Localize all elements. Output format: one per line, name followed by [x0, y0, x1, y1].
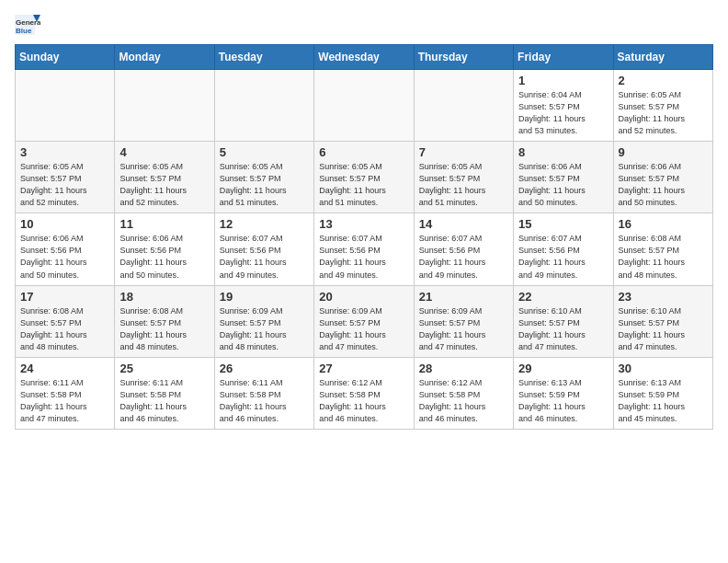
svg-text:Blue: Blue [16, 27, 32, 35]
calendar-cell: 22Sunrise: 6:10 AM Sunset: 5:57 PM Dayli… [514, 285, 613, 357]
day-number: 22 [518, 290, 608, 304]
day-number: 13 [319, 217, 408, 231]
day-number: 21 [419, 290, 508, 304]
day-info: Sunrise: 6:08 AM Sunset: 5:57 PM Dayligh… [119, 305, 209, 353]
day-number: 9 [619, 145, 708, 159]
calendar-cell: 9Sunrise: 6:06 AM Sunset: 5:57 PM Daylig… [613, 142, 712, 213]
day-info: Sunrise: 6:09 AM Sunset: 5:57 PM Dayligh… [419, 305, 508, 353]
day-number: 5 [220, 145, 309, 159]
calendar-cell: 8Sunrise: 6:06 AM Sunset: 5:57 PM Daylig… [514, 142, 613, 213]
day-info: Sunrise: 6:13 AM Sunset: 5:59 PM Dayligh… [619, 377, 708, 425]
day-info: Sunrise: 6:06 AM Sunset: 5:56 PM Dayligh… [119, 233, 209, 281]
day-number: 10 [20, 217, 109, 231]
day-number: 28 [419, 362, 508, 375]
day-info: Sunrise: 6:09 AM Sunset: 5:57 PM Dayligh… [319, 305, 408, 353]
day-number: 8 [518, 145, 608, 159]
day-number: 23 [619, 290, 708, 304]
calendar-cell [115, 70, 214, 142]
calendar-cell: 3Sunrise: 6:05 AM Sunset: 5:57 PM Daylig… [16, 142, 115, 213]
day-info: Sunrise: 6:12 AM Sunset: 5:58 PM Dayligh… [419, 377, 508, 425]
calendar-cell: 2Sunrise: 6:05 AM Sunset: 5:57 PM Daylig… [613, 70, 712, 142]
calendar-cell: 16Sunrise: 6:08 AM Sunset: 5:57 PM Dayli… [613, 213, 712, 285]
calendar-cell: 28Sunrise: 6:12 AM Sunset: 5:58 PM Dayli… [414, 357, 513, 429]
weekday-header-tuesday: Tuesday [214, 45, 313, 70]
calendar-cell [414, 70, 513, 142]
day-info: Sunrise: 6:10 AM Sunset: 5:57 PM Dayligh… [518, 305, 608, 353]
day-info: Sunrise: 6:07 AM Sunset: 5:56 PM Dayligh… [220, 233, 309, 281]
calendar-cell: 6Sunrise: 6:05 AM Sunset: 5:57 PM Daylig… [314, 142, 414, 213]
calendar-cell: 14Sunrise: 6:07 AM Sunset: 5:56 PM Dayli… [414, 213, 513, 285]
calendar-cell: 17Sunrise: 6:08 AM Sunset: 5:57 PM Dayli… [16, 285, 115, 357]
calendar-cell: 25Sunrise: 6:11 AM Sunset: 5:58 PM Dayli… [115, 357, 214, 429]
day-info: Sunrise: 6:08 AM Sunset: 5:57 PM Dayligh… [20, 305, 109, 353]
weekday-header-sunday: Sunday [16, 45, 115, 70]
weekday-header-saturday: Saturday [613, 45, 712, 70]
calendar-week-row: 24Sunrise: 6:11 AM Sunset: 5:58 PM Dayli… [16, 357, 713, 429]
calendar-cell: 23Sunrise: 6:10 AM Sunset: 5:57 PM Dayli… [613, 285, 712, 357]
calendar-header-row: SundayMondayTuesdayWednesdayThursdayFrid… [16, 45, 713, 70]
day-info: Sunrise: 6:05 AM Sunset: 5:57 PM Dayligh… [619, 89, 708, 137]
day-number: 27 [319, 362, 408, 375]
day-number: 14 [419, 217, 508, 231]
day-info: Sunrise: 6:07 AM Sunset: 5:56 PM Dayligh… [319, 233, 408, 281]
day-number: 11 [119, 217, 209, 231]
calendar-cell: 30Sunrise: 6:13 AM Sunset: 5:59 PM Dayli… [613, 357, 712, 429]
calendar-cell [314, 70, 414, 142]
day-info: Sunrise: 6:11 AM Sunset: 5:58 PM Dayligh… [20, 377, 109, 425]
calendar-cell: 18Sunrise: 6:08 AM Sunset: 5:57 PM Dayli… [115, 285, 214, 357]
day-number: 15 [518, 217, 608, 231]
calendar-cell: 15Sunrise: 6:07 AM Sunset: 5:56 PM Dayli… [514, 213, 613, 285]
day-info: Sunrise: 6:05 AM Sunset: 5:57 PM Dayligh… [319, 161, 408, 209]
calendar-cell: 12Sunrise: 6:07 AM Sunset: 5:56 PM Dayli… [214, 213, 313, 285]
day-info: Sunrise: 6:06 AM Sunset: 5:57 PM Dayligh… [518, 161, 608, 209]
calendar-table: SundayMondayTuesdayWednesdayThursdayFrid… [15, 44, 713, 430]
day-number: 25 [119, 362, 209, 375]
calendar-week-row: 10Sunrise: 6:06 AM Sunset: 5:56 PM Dayli… [16, 213, 713, 285]
day-info: Sunrise: 6:05 AM Sunset: 5:57 PM Dayligh… [20, 161, 109, 209]
day-info: Sunrise: 6:11 AM Sunset: 5:58 PM Dayligh… [119, 377, 209, 425]
day-info: Sunrise: 6:13 AM Sunset: 5:59 PM Dayligh… [518, 377, 608, 425]
calendar-cell: 26Sunrise: 6:11 AM Sunset: 5:58 PM Dayli… [214, 357, 313, 429]
calendar-cell: 19Sunrise: 6:09 AM Sunset: 5:57 PM Dayli… [214, 285, 313, 357]
weekday-header-monday: Monday [115, 45, 214, 70]
day-number: 17 [20, 290, 109, 304]
calendar-week-row: 3Sunrise: 6:05 AM Sunset: 5:57 PM Daylig… [16, 142, 713, 213]
calendar-week-row: 1Sunrise: 6:04 AM Sunset: 5:57 PM Daylig… [16, 70, 713, 142]
day-info: Sunrise: 6:07 AM Sunset: 5:56 PM Dayligh… [518, 233, 608, 281]
calendar-week-row: 17Sunrise: 6:08 AM Sunset: 5:57 PM Dayli… [16, 285, 713, 357]
page-header: General Blue [15, 15, 713, 35]
calendar-cell: 10Sunrise: 6:06 AM Sunset: 5:56 PM Dayli… [16, 213, 115, 285]
day-number: 18 [119, 290, 209, 304]
day-info: Sunrise: 6:10 AM Sunset: 5:57 PM Dayligh… [619, 305, 708, 353]
day-number: 24 [20, 362, 109, 375]
day-info: Sunrise: 6:06 AM Sunset: 5:57 PM Dayligh… [619, 161, 708, 209]
calendar-cell: 13Sunrise: 6:07 AM Sunset: 5:56 PM Dayli… [314, 213, 414, 285]
day-info: Sunrise: 6:11 AM Sunset: 5:58 PM Dayligh… [220, 377, 309, 425]
day-number: 1 [518, 74, 608, 87]
calendar-cell: 11Sunrise: 6:06 AM Sunset: 5:56 PM Dayli… [115, 213, 214, 285]
calendar-cell: 20Sunrise: 6:09 AM Sunset: 5:57 PM Dayli… [314, 285, 414, 357]
day-number: 3 [20, 145, 109, 159]
logo-svg: General Blue [15, 15, 40, 35]
calendar-cell: 7Sunrise: 6:05 AM Sunset: 5:57 PM Daylig… [414, 142, 513, 213]
logo: General Blue [15, 15, 40, 35]
calendar-cell: 5Sunrise: 6:05 AM Sunset: 5:57 PM Daylig… [214, 142, 313, 213]
calendar-cell: 27Sunrise: 6:12 AM Sunset: 5:58 PM Dayli… [314, 357, 414, 429]
day-number: 2 [619, 74, 708, 87]
weekday-header-thursday: Thursday [414, 45, 513, 70]
day-number: 7 [419, 145, 508, 159]
day-info: Sunrise: 6:12 AM Sunset: 5:58 PM Dayligh… [319, 377, 408, 425]
calendar-cell: 21Sunrise: 6:09 AM Sunset: 5:57 PM Dayli… [414, 285, 513, 357]
calendar-cell: 1Sunrise: 6:04 AM Sunset: 5:57 PM Daylig… [514, 70, 613, 142]
day-info: Sunrise: 6:09 AM Sunset: 5:57 PM Dayligh… [220, 305, 309, 353]
day-number: 12 [220, 217, 309, 231]
day-info: Sunrise: 6:05 AM Sunset: 5:57 PM Dayligh… [220, 161, 309, 209]
calendar-cell: 24Sunrise: 6:11 AM Sunset: 5:58 PM Dayli… [16, 357, 115, 429]
day-number: 29 [518, 362, 608, 375]
day-number: 16 [619, 217, 708, 231]
day-number: 6 [319, 145, 408, 159]
day-info: Sunrise: 6:04 AM Sunset: 5:57 PM Dayligh… [518, 89, 608, 137]
day-number: 30 [619, 362, 708, 375]
day-number: 19 [220, 290, 309, 304]
day-info: Sunrise: 6:07 AM Sunset: 5:56 PM Dayligh… [419, 233, 508, 281]
